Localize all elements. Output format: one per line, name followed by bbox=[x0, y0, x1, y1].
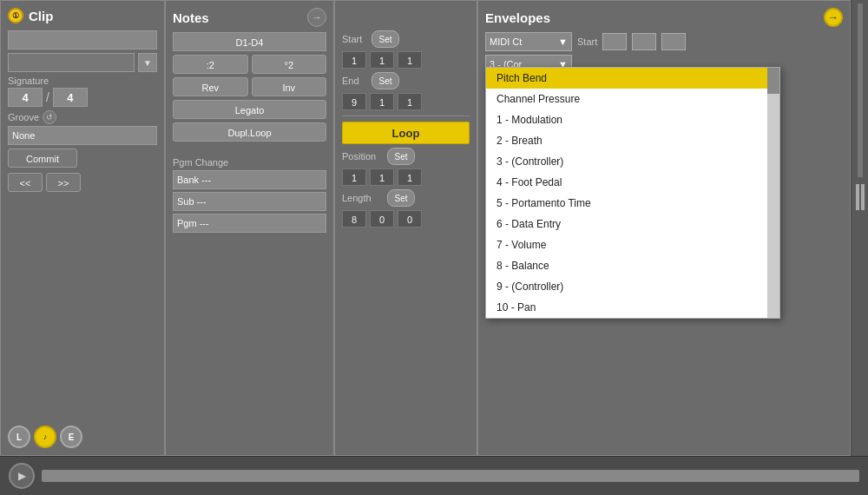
divider bbox=[342, 116, 470, 116]
position-set-button[interactable]: Set bbox=[387, 148, 415, 165]
signature-numerator[interactable] bbox=[8, 88, 43, 107]
pgm-section: Pgm Change bbox=[173, 152, 326, 233]
dupl-loop-button[interactable]: Dupl.Loop bbox=[173, 122, 326, 142]
progress-bar[interactable] bbox=[42, 470, 859, 482]
loop-panel: Start Set 1 1 1 End Set 9 1 1 Loop Posit… bbox=[334, 0, 477, 456]
dropdown-scrollbar[interactable] bbox=[767, 68, 779, 318]
env-start-label: Start bbox=[577, 36, 597, 47]
start-beat[interactable]: 1 bbox=[370, 51, 394, 69]
legato-button[interactable]: Legato bbox=[173, 100, 326, 119]
groove-label: Groove bbox=[8, 112, 39, 122]
transpose-up-btn[interactable]: °2 bbox=[252, 55, 327, 74]
dropdown-item-6-data-entry[interactable]: 6 - Data Entry bbox=[486, 214, 779, 234]
dropdown-item-3-controller[interactable]: 3 - (Controller) bbox=[486, 151, 779, 172]
dropdown-item-pitch-bend[interactable]: Pitch Bend bbox=[486, 68, 779, 89]
play-icon: ▶ bbox=[18, 470, 26, 482]
pos-bar[interactable]: 1 bbox=[342, 168, 366, 186]
env-start-field3[interactable] bbox=[661, 33, 686, 50]
dropdown-item-2-breath[interactable]: 2 - Breath bbox=[486, 130, 779, 151]
sub-field[interactable] bbox=[173, 192, 326, 211]
groove-refresh-btn[interactable]: ↺ bbox=[43, 110, 56, 124]
clip-color-box bbox=[8, 53, 135, 72]
pgm-field[interactable] bbox=[173, 214, 326, 233]
bottom-bar: ▶ bbox=[0, 456, 868, 495]
launch-icon-btn[interactable]: L bbox=[8, 426, 30, 448]
groove-section: Groove ↺ bbox=[8, 110, 157, 145]
groove-select[interactable] bbox=[8, 126, 157, 145]
dropdown-item-5-portamento[interactable]: 5 - Portamento Time bbox=[486, 193, 779, 214]
len-beat[interactable]: 0 bbox=[370, 210, 394, 228]
end-set-button[interactable]: Set bbox=[372, 72, 399, 89]
end-sub[interactable]: 1 bbox=[398, 93, 422, 110]
reverse-button[interactable]: Rev bbox=[173, 77, 248, 96]
pgm-label: Pgm Change bbox=[173, 157, 326, 168]
envelopes-header: Envelopes → bbox=[485, 8, 843, 27]
end-bar[interactable]: 9 bbox=[342, 93, 366, 110]
envelopes-title: Envelopes bbox=[485, 10, 550, 25]
dropdown-item-10-pan[interactable]: 10 - Pan bbox=[486, 297, 779, 318]
notes-panel: Notes → D1-D4 :2 °2 Rev Inv Legato Dupl.… bbox=[165, 0, 334, 456]
clip-color-row: ▼ bbox=[8, 53, 157, 72]
clip-icon: ① bbox=[8, 8, 23, 23]
len-sub[interactable]: 0 bbox=[398, 210, 422, 228]
dropdown-item-7-volume[interactable]: 7 - Volume bbox=[486, 234, 779, 255]
envelopes-arrow-btn[interactable]: → bbox=[824, 8, 843, 27]
midi-dropdown-value: MIDI Ct bbox=[490, 36, 522, 47]
nav-prev-button[interactable]: << bbox=[8, 173, 43, 192]
dropdown-item-channel-pressure[interactable]: Channel Pressure bbox=[486, 89, 779, 109]
position-values-row: 1 1 1 bbox=[342, 168, 470, 186]
end-values-row: 9 1 1 bbox=[342, 93, 470, 110]
dropdown-item-4-foot-pedal[interactable]: 4 - Foot Pedal bbox=[486, 172, 779, 193]
transpose-row: :2 °2 bbox=[173, 55, 326, 74]
invert-button[interactable]: Inv bbox=[252, 77, 327, 96]
notes-title: Notes bbox=[173, 10, 209, 25]
length-label: Length bbox=[342, 193, 384, 203]
nav-row: << >> bbox=[8, 173, 157, 192]
dropdown-item-1-modulation[interactable]: 1 - Modulation bbox=[486, 109, 779, 130]
pos-sub[interactable]: 1 bbox=[398, 168, 422, 186]
loop-button[interactable]: Loop bbox=[342, 122, 470, 144]
midi-icon-btn[interactable]: ♪ bbox=[34, 426, 56, 448]
envelope-icon-btn[interactable]: E bbox=[60, 426, 82, 448]
clip-panel: ① Clip ▼ Signature / Groove ↺ Commit bbox=[0, 0, 165, 456]
commit-button[interactable]: Commit bbox=[8, 148, 77, 168]
nav-next-button[interactable]: >> bbox=[46, 173, 81, 192]
start-label: Start bbox=[342, 34, 368, 44]
len-bar[interactable]: 8 bbox=[342, 210, 366, 228]
clip-bottom-icons: L ♪ E bbox=[8, 422, 157, 448]
start-row: Start Set bbox=[342, 30, 470, 48]
signature-slash: / bbox=[46, 90, 49, 104]
note-range-button[interactable]: D1-D4 bbox=[173, 32, 326, 51]
scrollbar-thumb bbox=[767, 68, 779, 94]
pos-beat[interactable]: 1 bbox=[370, 168, 394, 186]
signature-label: Signature bbox=[8, 76, 157, 86]
bar2 bbox=[861, 184, 865, 210]
clip-name-input[interactable] bbox=[8, 30, 157, 50]
notes-arrow-btn[interactable]: → bbox=[307, 8, 326, 27]
clip-title: ① Clip bbox=[8, 8, 157, 23]
start-sub[interactable]: 1 bbox=[398, 51, 422, 69]
dropdown-item-9-controller[interactable]: 9 - (Controller) bbox=[486, 276, 779, 297]
env-start-field2[interactable] bbox=[632, 33, 656, 50]
position-row: Position Set bbox=[342, 148, 470, 165]
bank-field[interactable] bbox=[173, 170, 326, 189]
end-beat[interactable]: 1 bbox=[370, 93, 394, 110]
start-set-button[interactable]: Set bbox=[372, 30, 399, 48]
length-set-button[interactable]: Set bbox=[387, 189, 415, 207]
env-midi-row: MIDI Ct ▼ Start bbox=[485, 32, 843, 51]
signature-values: / bbox=[8, 88, 157, 107]
clip-color-dropdown[interactable]: ▼ bbox=[138, 53, 157, 72]
length-values-row: 8 0 0 bbox=[342, 210, 470, 228]
signature-denominator[interactable] bbox=[53, 88, 88, 107]
midi-ctrl-dropdown[interactable]: MIDI Ct ▼ bbox=[485, 32, 572, 51]
midi-dropdown-arrow: ▼ bbox=[558, 36, 568, 47]
groove-label-row: Groove ↺ bbox=[8, 110, 157, 124]
dropdown-item-8-balance[interactable]: 8 - Balance bbox=[486, 255, 779, 276]
env-start-field1[interactable] bbox=[602, 33, 627, 50]
transpose-down-btn[interactable]: :2 bbox=[173, 55, 248, 74]
start-bar[interactable]: 1 bbox=[342, 51, 366, 69]
notes-header: Notes → bbox=[173, 8, 326, 27]
length-row: Length Set bbox=[342, 189, 470, 207]
envelopes-panel: Envelopes → MIDI Ct ▼ Start 3 - (Cor ▼ P… bbox=[477, 0, 851, 456]
play-button[interactable]: ▶ bbox=[9, 463, 35, 489]
